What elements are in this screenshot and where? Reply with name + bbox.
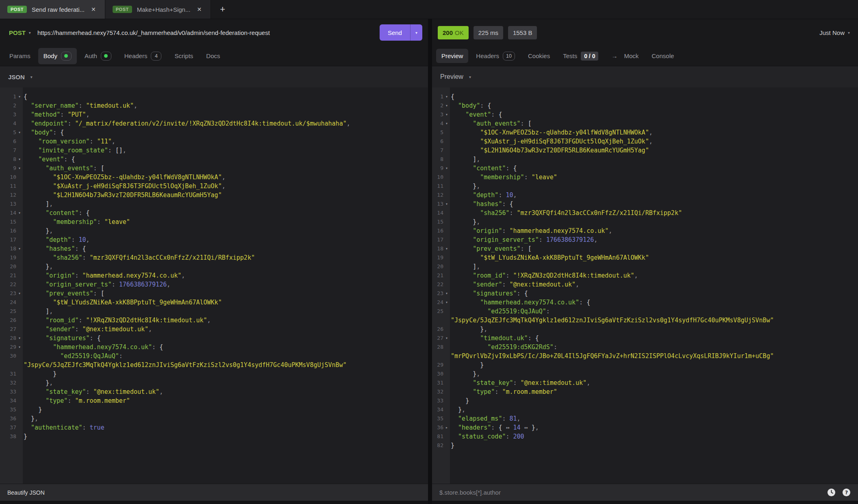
fold-toggle-icon[interactable]: ▾	[16, 343, 23, 352]
fold-toggle-icon[interactable]: ▾	[16, 334, 23, 343]
fold-spacer	[16, 307, 23, 316]
green-dot-icon	[104, 54, 108, 58]
code-text: "$L2H1N6O4b73wR3vzT20DFR5RLB6KeaumRcYUGm…	[450, 146, 858, 155]
line-number: 19	[432, 253, 443, 262]
line-number: 13	[0, 200, 16, 209]
code-text: "invite_room_state": [],	[23, 146, 428, 155]
line-number: 24	[0, 298, 16, 307]
fold-toggle-icon[interactable]: ▾	[443, 334, 450, 343]
code-line: 2 "server_name": "timedout.uk",	[0, 101, 428, 110]
filter-help-icon[interactable]: ?	[842, 488, 851, 497]
fold-toggle-icon[interactable]: ▾	[443, 298, 450, 307]
jsonpath-filter-input[interactable]: $.store.books[*].author	[439, 489, 827, 496]
tab-headers[interactable]: Headers 4	[119, 48, 167, 64]
send-button-label[interactable]: Send	[380, 24, 410, 41]
tab-params[interactable]: Params	[4, 49, 36, 63]
code-text: "type": "m.room.member"	[450, 387, 858, 396]
code-line: 10 "membership": "leave"	[432, 173, 858, 182]
beautify-json-button[interactable]: Beautify JSON	[7, 489, 45, 496]
request-body-editor[interactable]: 1▾{2 "server_name": "timedout.uk",3 "met…	[0, 87, 428, 484]
code-line: 4 "endpoint": "/_matrix/federation/v2/in…	[0, 119, 428, 128]
tab-preview[interactable]: Preview	[436, 49, 468, 63]
fold-toggle-icon[interactable]: ▾	[16, 289, 23, 298]
fold-toggle-icon[interactable]: ▾	[16, 209, 23, 217]
fold-toggle-icon[interactable]: ▾	[16, 164, 23, 173]
code-text: "JspyCe/5JqZEJfc3MqTkQ4Ygklz1ed612znJIvi…	[23, 361, 428, 369]
code-text: "hammerhead.nexy7574.co.uk": {	[23, 343, 428, 352]
tab-label: Headers	[476, 52, 499, 59]
tab-mock[interactable]: →Mock	[606, 49, 644, 63]
body-set-indicator	[61, 52, 72, 61]
fold-toggle-icon[interactable]: ▾	[443, 200, 450, 209]
tab-console[interactable]: Console	[646, 49, 679, 63]
fold-spacer	[443, 191, 450, 200]
code-line: 38}	[0, 432, 428, 441]
tab-docs[interactable]: Docs	[201, 49, 225, 63]
fold-spacer	[16, 191, 23, 200]
fold-toggle-icon[interactable]: ▾	[16, 155, 23, 164]
url-bar: POST ▾ https://hammerhead.nexy7574.co.uk…	[0, 19, 428, 46]
body-type-dropdown[interactable]: JSON ▾	[0, 66, 428, 87]
window-tab-make-hash-sign[interactable]: POST Make+Hash+Sign... ✕	[105, 0, 211, 19]
fold-toggle-icon[interactable]: ▾	[16, 92, 23, 101]
tab-tests[interactable]: Tests 0 / 0	[558, 48, 604, 64]
line-number: 14	[0, 209, 16, 217]
code-text: "ed25519:QqJAuQ":	[450, 307, 858, 316]
method-dropdown[interactable]: POST ▾	[6, 29, 35, 36]
tab-body[interactable]: Body	[38, 48, 77, 64]
fold-spacer	[16, 235, 23, 244]
chevron-down-icon: ▾	[469, 75, 471, 79]
fold-toggle-icon[interactable]: ▾	[443, 164, 450, 173]
send-options-dropdown[interactable]: ▾	[410, 24, 422, 41]
send-button[interactable]: Send ▾	[380, 24, 422, 41]
fold-spacer	[443, 209, 450, 217]
fold-toggle-icon[interactable]: ▾	[443, 289, 450, 298]
window-tab-send-raw-federation[interactable]: POST Send raw federati... ✕	[0, 0, 105, 19]
fold-toggle-icon[interactable]: ▾	[443, 110, 450, 119]
fold-toggle-icon[interactable]: ▾	[443, 119, 450, 128]
body-type-label: JSON	[8, 74, 25, 80]
response-history-dropdown[interactable]: Just Now ▾	[819, 29, 852, 36]
code-text: "authenticate": true	[23, 423, 428, 432]
fold-toggle-icon[interactable]: ▾	[16, 128, 23, 137]
preview-mode-dropdown[interactable]: Preview ▾	[432, 66, 858, 87]
line-number: 8	[0, 155, 16, 164]
new-tab-button[interactable]: +	[211, 0, 234, 19]
line-number: 21	[0, 271, 16, 280]
close-icon[interactable]: ✕	[89, 5, 98, 13]
code-line: 23▾ "prev_events": [	[0, 289, 428, 298]
code-text: "timedout.uk": {	[450, 334, 858, 343]
code-line: 29 }	[432, 361, 858, 369]
tab-response-headers[interactable]: Headers 10	[471, 48, 520, 64]
fold-spacer	[16, 119, 23, 128]
fold-spacer	[443, 128, 450, 137]
fold-spacer	[443, 146, 450, 155]
fold-toggle-icon[interactable]: ▾	[443, 92, 450, 101]
response-body-viewer[interactable]: 1▾{2▾ "body": {3▾ "event": {4▾ "auth_eve…	[432, 87, 858, 484]
fold-toggle-icon[interactable]: ▾	[443, 244, 450, 253]
response-footer: $.store.books[*].author ?	[432, 484, 858, 504]
auth-set-indicator	[101, 52, 111, 61]
line-number: 82	[432, 441, 443, 450]
code-line: 33 }	[432, 396, 858, 405]
code-text: "content": {	[450, 164, 858, 173]
code-text: "$L2H1N6O4b73wR3vzT20DFR5RLB6KeaumRcYUGm…	[23, 191, 428, 200]
line-number: 29	[0, 343, 16, 352]
fold-toggle-icon[interactable]: ▾	[443, 101, 450, 110]
fold-toggle-icon[interactable]: ▸	[443, 423, 450, 432]
code-line: 2▾ "body": {	[432, 101, 858, 110]
tab-auth[interactable]: Auth	[79, 48, 117, 64]
tab-cookies[interactable]: Cookies	[523, 49, 555, 63]
filter-history-clock-icon[interactable]	[827, 488, 836, 497]
code-line: "JspyCe/5JqZEJfc3MqTkQ4Ygklz1ed612znJIvi…	[432, 316, 858, 325]
code-text: "$tW_LYudsZNiKeA-xkK8BPptuTt_9geWHmAn67A…	[450, 253, 858, 262]
code-line: 1▾{	[0, 92, 428, 101]
close-icon[interactable]: ✕	[195, 5, 203, 13]
url-input[interactable]: https://hammerhead.nexy7574.co.uk/_hamme…	[35, 29, 380, 36]
tab-scripts[interactable]: Scripts	[169, 49, 198, 63]
code-line: 16 },	[0, 226, 428, 235]
code-text: "state_key": "@nex:timedout.uk",	[23, 387, 428, 396]
pane-resize-handle[interactable]	[428, 19, 432, 504]
code-line: 19 "sha256": "mzr3QXFQfi4n2l3acCCx0nFfzZ…	[0, 253, 428, 262]
fold-toggle-icon[interactable]: ▾	[16, 244, 23, 253]
